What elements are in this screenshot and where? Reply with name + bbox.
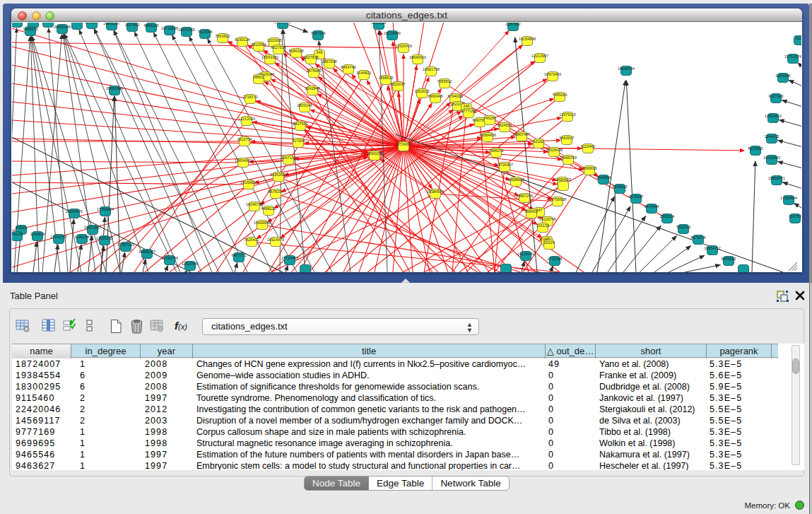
svg-text:5938923: 5938923 [613,185,628,189]
svg-text:10973493: 10973493 [544,72,561,76]
svg-text:10807487: 10807487 [513,132,530,136]
svg-text:15692971: 15692971 [768,176,785,180]
svg-text:417004: 417004 [292,139,305,143]
svg-text:9242848: 9242848 [305,86,320,90]
svg-text:9699695: 9699695 [582,166,597,170]
svg-text:8427552: 8427552 [293,122,308,126]
svg-text:19166827: 19166827 [240,180,257,185]
svg-text:15751074: 15751074 [784,54,801,59]
svg-text:115132: 115132 [536,223,549,228]
svg-text:3267110: 3267110 [281,156,296,160]
svg-text:546: 546 [317,50,323,54]
svg-text:7632621: 7632621 [676,225,691,229]
svg-text:8912954: 8912954 [252,42,266,47]
svg-text:6679197: 6679197 [629,194,644,199]
svg-text:16914479: 16914479 [267,238,284,242]
svg-text:10719155: 10719155 [161,26,178,30]
svg-text:9474444: 9474444 [645,204,659,209]
svg-text:1117: 1117 [795,36,801,40]
svg-text:1588520: 1588520 [379,76,394,80]
svg-text:9463627: 9463627 [560,136,575,140]
svg-text:25224: 25224 [544,240,555,245]
svg-text:18724007: 18724007 [395,142,412,146]
svg-text:8160124: 8160124 [235,37,250,42]
svg-text:7386372: 7386372 [489,148,504,153]
svg-text:19384554: 19384554 [427,189,444,194]
svg-text:1362615: 1362615 [415,89,430,93]
svg-text:16033809: 16033809 [274,23,291,24]
svg-text:9115460: 9115460 [581,144,596,148]
svg-text:8186328: 8186328 [289,49,304,53]
svg-text:1156829: 1156829 [30,232,45,236]
svg-text:16958187: 16958187 [139,250,155,254]
svg-text:12505135: 12505135 [96,236,113,240]
svg-text:1244415: 1244415 [765,134,779,139]
svg-text:8215953: 8215953 [748,146,763,151]
svg-text:17359924: 17359924 [97,207,114,211]
svg-text:10688609: 10688609 [507,177,524,182]
svg-text:10961758: 10961758 [423,67,440,71]
svg-text:9327508: 9327508 [304,55,319,59]
svg-text:1527602: 1527602 [125,23,140,27]
svg-text:20364436: 20364436 [479,133,496,137]
svg-text:8990448: 8990448 [428,94,443,98]
svg-text:17957225: 17957225 [117,243,134,247]
svg-text:9329966: 9329966 [776,74,791,78]
svg-text:8471676: 8471676 [691,235,706,240]
svg-text:1640954: 1640954 [596,175,611,180]
svg-text:1049377: 1049377 [85,23,100,24]
svg-text:16543382: 16543382 [261,55,278,59]
svg-text:2087682: 2087682 [506,23,521,26]
svg-text:39975887: 39975887 [84,226,101,230]
svg-text:1610754: 1610754 [237,137,252,141]
svg-text:12923466: 12923466 [182,262,199,266]
svg-text:3624554: 3624554 [498,123,512,127]
svg-text:9327508: 9327508 [271,45,286,49]
svg-text:63501: 63501 [16,226,27,230]
svg-text:19756928: 19756928 [549,197,566,201]
svg-text:7663822: 7663822 [216,34,230,38]
svg-text:9457771: 9457771 [232,253,247,257]
svg-text:13325419: 13325419 [395,44,412,48]
svg-text:8813054: 8813054 [372,23,387,25]
svg-text:15409948: 15409948 [254,221,271,225]
svg-text:9146821: 9146821 [357,71,372,75]
svg-text:10654112: 10654112 [704,246,721,250]
svg-text:10025438: 10025438 [546,148,563,152]
svg-text:6794028: 6794028 [448,94,463,98]
svg-text:20053346: 20053346 [106,86,123,90]
svg-text:9227343: 9227343 [769,94,784,98]
svg-text:1145194: 1145194 [75,235,90,239]
svg-text:10855287: 10855287 [103,23,120,25]
svg-text:2867608: 2867608 [322,59,337,64]
svg-text:12213363: 12213363 [238,117,255,121]
svg-text:98901: 98901 [254,75,264,79]
svg-text:1405571: 1405571 [23,27,38,31]
svg-text:7625402: 7625402 [245,238,259,242]
svg-text:18300295: 18300295 [366,151,383,156]
svg-text:18807249: 18807249 [516,194,533,198]
svg-text:12975115: 12975115 [559,112,576,117]
svg-text:8322037: 8322037 [391,82,406,86]
svg-text:4498222: 4498222 [261,206,276,211]
svg-text:9777169: 9777169 [461,109,476,113]
svg-text:12213967: 12213967 [531,54,548,58]
svg-text:7515546: 7515546 [198,30,213,34]
svg-text:39139: 39139 [12,232,23,236]
svg-text:2803144: 2803144 [298,103,312,107]
svg-text:2935114: 2935114 [660,214,675,218]
svg-text:8678334: 8678334 [269,189,283,194]
svg-text:18640910: 18640910 [409,55,426,59]
svg-text:6966160: 6966160 [144,23,159,28]
svg-text:19654923: 19654923 [554,177,571,182]
svg-text:17016504: 17016504 [780,196,797,200]
svg-text:19495759: 19495759 [560,156,577,160]
svg-text:19218596: 19218596 [384,31,401,35]
svg-text:12942757: 12942757 [50,235,67,239]
svg-text:12093822: 12093822 [765,114,782,118]
svg-text:9245652: 9245652 [722,257,736,261]
svg-text:13353594: 13353594 [270,173,287,177]
svg-text:16046738: 16046738 [246,202,263,206]
svg-text:15716485: 15716485 [281,256,298,260]
svg-text:62160: 62160 [534,139,544,144]
